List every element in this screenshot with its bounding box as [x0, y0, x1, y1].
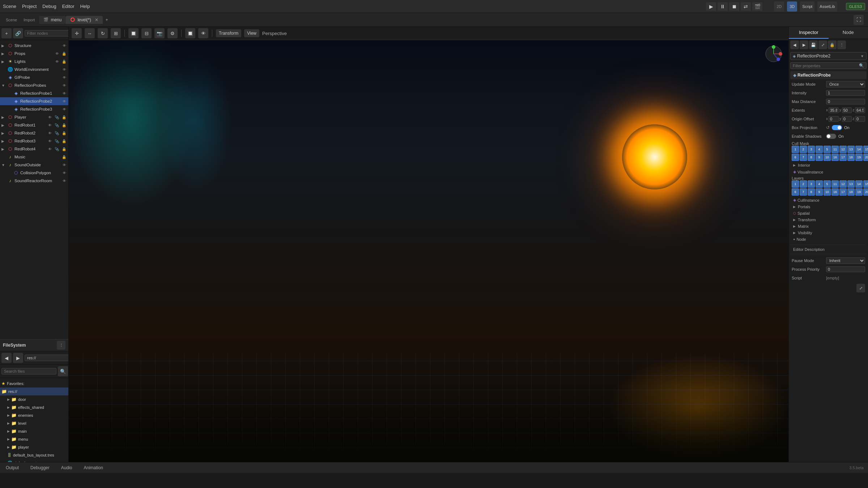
tree-lock-rr3[interactable]: 🔒 [61, 139, 67, 144]
viewport-local-button[interactable]: 🔲 [128, 28, 139, 38]
inspector-lock-button[interactable]: 🔒 [828, 40, 837, 49]
layer-cell-9[interactable]: 9 [816, 188, 823, 196]
cull-cell-12[interactable]: 12 [839, 146, 847, 153]
layer-cell-6[interactable]: 6 [792, 188, 799, 196]
fs-path-input[interactable] [25, 355, 69, 361]
layer-cell-16[interactable]: 16 [831, 188, 839, 196]
tree-vis-reflectionprobes[interactable]: 👁 [62, 83, 67, 88]
extents-z-input[interactable] [855, 107, 865, 113]
tree-item-soundoutside[interactable]: ▼ ♪ SoundOutside 👁 [0, 161, 68, 169]
menu-scene[interactable]: Scene [3, 4, 16, 9]
sub-section-interior[interactable]: ▶ Interior [790, 162, 867, 168]
prop-script-value[interactable]: [empty] [826, 275, 865, 281]
import-label-tab[interactable]: Import [21, 16, 38, 23]
cull-cell-15[interactable]: 15 [863, 146, 868, 153]
tree-item-redrobot4[interactable]: ▶ ⬡ RedRobot4 👁 📎 🔒 [0, 145, 68, 153]
tree-inst-rr3[interactable]: 📎 [54, 139, 60, 144]
tree-item-worldenv[interactable]: 🌐 WorldEnvironment 👁 [0, 65, 68, 73]
tree-item-reflectionprobe3[interactable]: ◈ ReflectionProbe3 👁 [0, 105, 68, 113]
inspector-save-button[interactable]: 💾 [809, 40, 818, 49]
cull-cell-5[interactable]: 5 [824, 146, 831, 153]
bottom-tab-animation[interactable]: Animation [78, 463, 109, 472]
prop-max-distance-value[interactable] [826, 99, 865, 104]
tree-lock-rr1[interactable]: 🔒 [61, 123, 67, 128]
menu-debug[interactable]: Debug [42, 4, 56, 9]
pause-button[interactable]: ⏸ [718, 2, 728, 11]
fs-folder-player[interactable]: ▶ 📁 player [0, 443, 68, 451]
mode-2d-button[interactable]: 2D [774, 1, 784, 12]
fs-folder-menu[interactable]: ▶ 📁 menu [0, 435, 68, 443]
enable-shadows-toggle[interactable] [826, 134, 836, 139]
layer-cell-15[interactable]: 15 [863, 180, 868, 188]
layer-cell-19[interactable]: 19 [855, 188, 863, 196]
inspector-forward-button[interactable]: ▶ [800, 40, 808, 49]
cull-cell-2[interactable]: 2 [800, 146, 807, 153]
fs-folder-door[interactable]: ▶ 📁 door [0, 395, 68, 403]
fs-res-root[interactable]: 📁 res:// [0, 388, 68, 395]
viewport-rotate-button[interactable]: ↻ [98, 28, 108, 38]
cull-cell-18[interactable]: 18 [847, 154, 855, 161]
process-priority-input[interactable] [826, 266, 865, 272]
cull-cell-11[interactable]: 11 [831, 146, 839, 153]
section-reflectionprobe[interactable]: ◈ ReflectionProbe [790, 71, 867, 79]
prop-update-mode-value[interactable]: Once [826, 81, 865, 87]
tree-vis-rp2[interactable]: 👁 [62, 99, 67, 104]
tree-item-redrobot3[interactable]: ▶ ⬡ RedRobot3 👁 📎 🔒 [0, 137, 68, 145]
viewport[interactable]: ✛ ↔ ↻ ⊞ 🔲 ⊟ 📷 ⚙ 🔲 👁 Transform View Persp… [69, 27, 788, 462]
tree-item-reflectionprobe1[interactable]: ◈ ReflectionProbe1 👁 [0, 89, 68, 97]
tree-vis-rp3[interactable]: 👁 [62, 107, 67, 112]
pause-mode-select[interactable]: Inherit [826, 257, 865, 264]
viewport-snap-button[interactable]: ⊟ [141, 28, 152, 38]
viewport-move-button[interactable]: ↔ [85, 28, 95, 38]
inspector-fullscreen-button[interactable]: ⤢ [856, 284, 865, 292]
max-distance-input[interactable] [826, 99, 865, 104]
tab-add-button[interactable]: + [103, 16, 111, 24]
tree-item-redrobot2[interactable]: ▶ ⬡ RedRobot2 👁 📎 🔒 [0, 129, 68, 137]
assetlib-button[interactable]: AssetLib [817, 1, 837, 12]
menu-project[interactable]: Project [22, 4, 37, 9]
layer-cell-3[interactable]: 3 [808, 180, 815, 188]
layer-cell-20[interactable]: 20 [863, 188, 868, 196]
layer-cell-13[interactable]: 13 [847, 180, 855, 188]
inspector-options-button[interactable]: ⋮ [837, 40, 846, 49]
prop-pause-mode-value[interactable]: Inherit [826, 257, 865, 264]
tree-vis-giprobe[interactable]: 👁 [62, 75, 67, 80]
play-button[interactable]: ▶ [706, 2, 716, 11]
menu-help[interactable]: Help [80, 4, 90, 9]
tree-item-music[interactable]: ♪ Music 🔒 [0, 153, 68, 161]
fs-folder-enemies[interactable]: ▶ 📁 enemies [0, 411, 68, 419]
cull-cell-3[interactable]: 3 [808, 146, 815, 153]
layer-cell-4[interactable]: 4 [816, 180, 823, 188]
fs-folder-main[interactable]: ▶ 📁 main [0, 427, 68, 435]
layer-cell-8[interactable]: 8 [808, 188, 815, 196]
origin-y-input[interactable] [842, 116, 852, 122]
scene-label-tab[interactable]: Scene [3, 16, 20, 23]
layer-cell-17[interactable]: 17 [839, 188, 847, 196]
remote-button[interactable]: ⇄ [741, 2, 751, 11]
layer-cell-7[interactable]: 7 [800, 188, 807, 196]
sub-section-visual-instance[interactable]: ◈ VisualInstance [790, 168, 867, 175]
tree-vis-player[interactable]: 👁 [47, 115, 52, 120]
viewport-mode-button[interactable]: 🔲 [185, 28, 195, 38]
inspector-history-button[interactable]: ◀ [790, 40, 799, 49]
fs-options-button[interactable]: ⋮ [57, 341, 65, 350]
prop-intensity-value[interactable] [826, 90, 865, 96]
tree-vis-rr3[interactable]: 👁 [47, 139, 52, 144]
cull-cell-8[interactable]: 8 [808, 154, 815, 161]
tab-close-button[interactable]: ✕ [95, 17, 98, 22]
layer-cell-12[interactable]: 12 [839, 180, 847, 188]
tree-item-giprobe[interactable]: ◈ GIProbe 👁 [0, 73, 68, 81]
intensity-input[interactable] [826, 90, 865, 96]
prop-process-priority-value[interactable] [826, 266, 865, 272]
filter-nodes-input[interactable] [25, 30, 69, 37]
viewport-vis-button[interactable]: 👁 [198, 28, 208, 38]
sub-section-visibility[interactable]: ▶ Visibility [790, 230, 867, 236]
cull-cell-13[interactable]: 13 [847, 146, 855, 153]
tree-vis-rr4[interactable]: 👁 [47, 147, 52, 151]
fs-search-button[interactable]: 🔍 [58, 366, 68, 376]
viewport-gizmo-button[interactable]: ⚙ [167, 28, 178, 38]
tree-lock-music[interactable]: 🔒 [61, 155, 67, 159]
tree-inst-rr4[interactable]: 📎 [54, 147, 60, 151]
cull-cell-10[interactable]: 10 [824, 154, 831, 161]
object-selector[interactable]: ◈ ReflectionProbe2 ▼ [790, 52, 867, 60]
